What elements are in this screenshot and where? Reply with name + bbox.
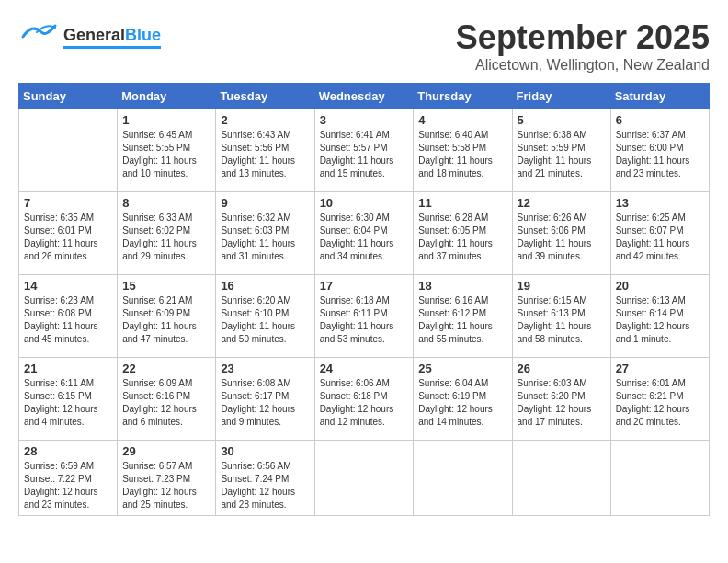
day-info: Sunrise: 6:08 AM Sunset: 6:17 PM Dayligh…	[221, 377, 309, 429]
calendar-cell	[19, 109, 118, 192]
calendar-cell: 30Sunrise: 6:56 AM Sunset: 7:24 PM Dayli…	[216, 441, 314, 516]
day-number: 18	[418, 279, 506, 293]
day-number: 17	[320, 279, 409, 293]
day-header-sunday: Sunday	[19, 84, 118, 109]
day-info: Sunrise: 6:01 AM Sunset: 6:21 PM Dayligh…	[616, 377, 704, 429]
day-info: Sunrise: 6:30 AM Sunset: 6:04 PM Dayligh…	[320, 212, 409, 263]
day-info: Sunrise: 6:35 AM Sunset: 6:01 PM Dayligh…	[24, 212, 112, 263]
day-number: 13	[616, 196, 704, 210]
calendar-cell: 3Sunrise: 6:41 AM Sunset: 5:57 PM Daylig…	[314, 109, 414, 192]
calendar-cell: 2Sunrise: 6:43 AM Sunset: 5:56 PM Daylig…	[216, 109, 314, 192]
day-number: 11	[418, 196, 506, 210]
calendar-header-row: SundayMondayTuesdayWednesdayThursdayFrid…	[19, 84, 710, 109]
day-info: Sunrise: 6:45 AM Sunset: 5:55 PM Dayligh…	[122, 129, 210, 180]
day-info: Sunrise: 6:57 AM Sunset: 7:23 PM Dayligh…	[122, 460, 210, 511]
calendar-cell: 9Sunrise: 6:32 AM Sunset: 6:03 PM Daylig…	[216, 192, 314, 275]
calendar-week-row: 28Sunrise: 6:59 AM Sunset: 7:22 PM Dayli…	[19, 441, 710, 516]
day-header-thursday: Thursday	[414, 84, 512, 109]
month-title: September 2025	[456, 18, 710, 57]
day-number: 16	[221, 279, 309, 293]
calendar-cell: 20Sunrise: 6:13 AM Sunset: 6:14 PM Dayli…	[610, 275, 709, 358]
day-info: Sunrise: 6:32 AM Sunset: 6:03 PM Dayligh…	[221, 212, 309, 263]
day-info: Sunrise: 6:33 AM Sunset: 6:02 PM Dayligh…	[122, 212, 210, 263]
day-number: 2	[221, 113, 309, 127]
day-info: Sunrise: 6:16 AM Sunset: 6:12 PM Dayligh…	[418, 294, 506, 346]
day-number: 15	[122, 279, 210, 293]
day-number: 20	[616, 279, 704, 293]
day-info: Sunrise: 6:11 AM Sunset: 6:15 PM Dayligh…	[24, 377, 112, 429]
calendar-cell: 19Sunrise: 6:15 AM Sunset: 6:13 PM Dayli…	[512, 275, 610, 358]
calendar-cell	[414, 441, 512, 516]
day-number: 10	[320, 196, 409, 210]
calendar-cell: 18Sunrise: 6:16 AM Sunset: 6:12 PM Dayli…	[414, 275, 512, 358]
calendar-cell	[314, 441, 414, 516]
day-info: Sunrise: 6:06 AM Sunset: 6:18 PM Dayligh…	[320, 377, 409, 429]
calendar-cell: 28Sunrise: 6:59 AM Sunset: 7:22 PM Dayli…	[19, 441, 118, 516]
day-info: Sunrise: 6:28 AM Sunset: 6:05 PM Dayligh…	[418, 212, 506, 263]
day-number: 26	[518, 362, 606, 375]
logo-text: GeneralBlue	[63, 26, 161, 49]
day-info: Sunrise: 6:41 AM Sunset: 5:57 PM Dayligh…	[320, 129, 409, 180]
day-number: 9	[221, 196, 309, 210]
day-number: 24	[320, 362, 409, 375]
calendar-cell: 16Sunrise: 6:20 AM Sunset: 6:10 PM Dayli…	[216, 275, 314, 358]
logo: GeneralBlue	[18, 18, 161, 55]
day-info: Sunrise: 6:13 AM Sunset: 6:14 PM Dayligh…	[616, 294, 704, 346]
day-number: 6	[616, 113, 704, 127]
day-header-monday: Monday	[118, 84, 216, 109]
logo-icon	[18, 18, 60, 55]
day-number: 7	[24, 196, 112, 210]
calendar-week-row: 21Sunrise: 6:11 AM Sunset: 6:15 PM Dayli…	[19, 358, 710, 441]
day-number: 5	[518, 113, 606, 127]
day-info: Sunrise: 6:26 AM Sunset: 6:06 PM Dayligh…	[518, 212, 606, 263]
calendar-cell: 1Sunrise: 6:45 AM Sunset: 5:55 PM Daylig…	[118, 109, 216, 192]
calendar-cell: 8Sunrise: 6:33 AM Sunset: 6:02 PM Daylig…	[118, 192, 216, 275]
day-info: Sunrise: 6:43 AM Sunset: 5:56 PM Dayligh…	[221, 129, 309, 180]
day-number: 27	[616, 362, 704, 375]
day-number: 14	[24, 279, 112, 293]
calendar-cell: 27Sunrise: 6:01 AM Sunset: 6:21 PM Dayli…	[610, 358, 709, 441]
day-info: Sunrise: 6:04 AM Sunset: 6:19 PM Dayligh…	[418, 377, 506, 429]
calendar-cell: 6Sunrise: 6:37 AM Sunset: 6:00 PM Daylig…	[610, 109, 709, 192]
day-number: 1	[122, 113, 210, 127]
calendar-cell: 5Sunrise: 6:38 AM Sunset: 5:59 PM Daylig…	[512, 109, 610, 192]
logo-blue: Blue	[125, 26, 161, 44]
day-number: 8	[122, 196, 210, 210]
day-info: Sunrise: 6:38 AM Sunset: 5:59 PM Dayligh…	[518, 129, 606, 180]
day-info: Sunrise: 6:09 AM Sunset: 6:16 PM Dayligh…	[122, 377, 210, 429]
calendar-cell: 22Sunrise: 6:09 AM Sunset: 6:16 PM Dayli…	[118, 358, 216, 441]
logo-general: General	[63, 26, 125, 44]
calendar-cell: 4Sunrise: 6:40 AM Sunset: 5:58 PM Daylig…	[414, 109, 512, 192]
calendar-cell: 23Sunrise: 6:08 AM Sunset: 6:17 PM Dayli…	[216, 358, 314, 441]
calendar-week-row: 7Sunrise: 6:35 AM Sunset: 6:01 PM Daylig…	[19, 192, 710, 275]
day-header-wednesday: Wednesday	[314, 84, 414, 109]
day-number: 25	[418, 362, 506, 375]
page-header: GeneralBlue September 2025 Alicetown, We…	[18, 18, 710, 74]
day-header-tuesday: Tuesday	[216, 84, 314, 109]
logo-underline	[63, 46, 161, 49]
calendar-cell: 12Sunrise: 6:26 AM Sunset: 6:06 PM Dayli…	[512, 192, 610, 275]
day-number: 22	[122, 362, 210, 375]
day-info: Sunrise: 6:40 AM Sunset: 5:58 PM Dayligh…	[418, 129, 506, 180]
calendar-cell: 21Sunrise: 6:11 AM Sunset: 6:15 PM Dayli…	[19, 358, 118, 441]
calendar-cell: 11Sunrise: 6:28 AM Sunset: 6:05 PM Dayli…	[414, 192, 512, 275]
day-info: Sunrise: 6:21 AM Sunset: 6:09 PM Dayligh…	[122, 294, 210, 346]
location-title: Alicetown, Wellington, New Zealand	[456, 57, 710, 74]
calendar-cell: 14Sunrise: 6:23 AM Sunset: 6:08 PM Dayli…	[19, 275, 118, 358]
day-number: 3	[320, 113, 409, 127]
calendar-cell: 29Sunrise: 6:57 AM Sunset: 7:23 PM Dayli…	[118, 441, 216, 516]
calendar-cell: 13Sunrise: 6:25 AM Sunset: 6:07 PM Dayli…	[610, 192, 709, 275]
day-number: 30	[221, 444, 309, 458]
day-info: Sunrise: 6:15 AM Sunset: 6:13 PM Dayligh…	[518, 294, 606, 346]
calendar-cell: 24Sunrise: 6:06 AM Sunset: 6:18 PM Dayli…	[314, 358, 414, 441]
calendar-cell: 15Sunrise: 6:21 AM Sunset: 6:09 PM Dayli…	[118, 275, 216, 358]
calendar-cell: 10Sunrise: 6:30 AM Sunset: 6:04 PM Dayli…	[314, 192, 414, 275]
day-info: Sunrise: 6:37 AM Sunset: 6:00 PM Dayligh…	[616, 129, 704, 180]
day-number: 19	[518, 279, 606, 293]
day-number: 28	[24, 444, 112, 458]
day-number: 29	[122, 444, 210, 458]
day-info: Sunrise: 6:25 AM Sunset: 6:07 PM Dayligh…	[616, 212, 704, 263]
day-info: Sunrise: 6:23 AM Sunset: 6:08 PM Dayligh…	[24, 294, 112, 346]
day-header-friday: Friday	[512, 84, 610, 109]
calendar-table: SundayMondayTuesdayWednesdayThursdayFrid…	[18, 83, 710, 516]
